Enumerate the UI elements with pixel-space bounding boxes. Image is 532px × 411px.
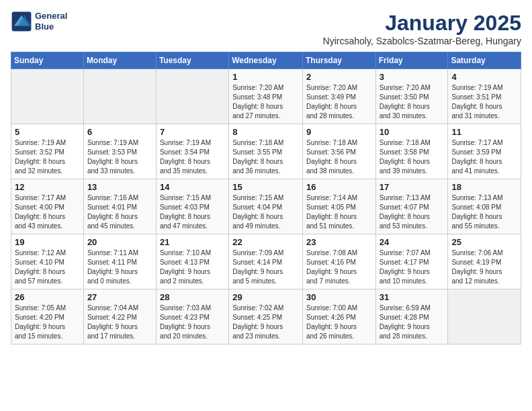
- day-info: Sunrise: 7:19 AM Sunset: 3:52 PM Dayligh…: [15, 138, 80, 176]
- day-number: 1: [232, 72, 299, 82]
- day-info: Sunrise: 7:17 AM Sunset: 3:59 PM Dayligh…: [451, 138, 517, 176]
- calendar-cell: 19Sunrise: 7:12 AM Sunset: 4:10 PM Dayli…: [11, 234, 84, 289]
- calendar-cell: 17Sunrise: 7:13 AM Sunset: 4:07 PM Dayli…: [375, 179, 448, 234]
- weekday-header: Saturday: [448, 52, 521, 69]
- calendar-cell: 30Sunrise: 7:00 AM Sunset: 4:26 PM Dayli…: [302, 289, 375, 345]
- calendar-cell: 20Sunrise: 7:11 AM Sunset: 4:11 PM Dayli…: [83, 234, 156, 289]
- day-info: Sunrise: 7:19 AM Sunset: 3:53 PM Dayligh…: [87, 138, 152, 176]
- day-info: Sunrise: 7:14 AM Sunset: 4:05 PM Dayligh…: [306, 193, 372, 231]
- calendar-cell: 2Sunrise: 7:20 AM Sunset: 3:49 PM Daylig…: [302, 69, 375, 124]
- day-number: 15: [232, 182, 299, 192]
- day-number: 3: [380, 72, 445, 82]
- day-number: 9: [306, 127, 372, 137]
- calendar-cell: [448, 289, 521, 345]
- day-number: 8: [232, 127, 299, 137]
- calendar-cell: 9Sunrise: 7:18 AM Sunset: 3:56 PM Daylig…: [302, 124, 375, 179]
- calendar-cell: 31Sunrise: 6:59 AM Sunset: 4:28 PM Dayli…: [375, 289, 448, 345]
- logo-icon: [11, 11, 32, 32]
- calendar-cell: 4Sunrise: 7:19 AM Sunset: 3:51 PM Daylig…: [448, 69, 521, 124]
- calendar-cell: 24Sunrise: 7:07 AM Sunset: 4:17 PM Dayli…: [375, 234, 448, 289]
- day-info: Sunrise: 7:15 AM Sunset: 4:03 PM Dayligh…: [160, 193, 225, 231]
- weekday-header: Thursday: [302, 52, 375, 69]
- day-info: Sunrise: 7:08 AM Sunset: 4:16 PM Dayligh…: [306, 248, 372, 286]
- weekday-header: Monday: [83, 52, 156, 69]
- calendar-cell: 28Sunrise: 7:03 AM Sunset: 4:23 PM Dayli…: [156, 289, 228, 345]
- calendar-cell: 29Sunrise: 7:02 AM Sunset: 4:25 PM Dayli…: [229, 289, 303, 345]
- day-info: Sunrise: 7:09 AM Sunset: 4:14 PM Dayligh…: [232, 248, 299, 286]
- day-number: 2: [306, 72, 372, 82]
- day-number: 11: [451, 127, 517, 137]
- calendar-cell: [156, 69, 228, 124]
- day-number: 7: [160, 127, 225, 137]
- day-number: 17: [380, 182, 445, 192]
- weekday-header: Wednesday: [229, 52, 303, 69]
- calendar-cell: 27Sunrise: 7:04 AM Sunset: 4:22 PM Dayli…: [83, 289, 156, 345]
- day-info: Sunrise: 7:18 AM Sunset: 3:56 PM Dayligh…: [306, 138, 372, 176]
- day-number: 18: [451, 182, 517, 192]
- day-info: Sunrise: 7:13 AM Sunset: 4:07 PM Dayligh…: [380, 193, 445, 231]
- day-number: 16: [306, 182, 372, 192]
- day-info: Sunrise: 7:06 AM Sunset: 4:19 PM Dayligh…: [451, 248, 517, 286]
- day-info: Sunrise: 7:16 AM Sunset: 4:01 PM Dayligh…: [87, 193, 152, 231]
- day-number: 27: [87, 292, 152, 302]
- title-block: January 2025 Nyircsaholy, Szabolcs-Szatm…: [323, 11, 521, 46]
- calendar-cell: [83, 69, 156, 124]
- day-number: 19: [15, 237, 80, 247]
- day-number: 6: [87, 127, 152, 137]
- day-number: 30: [306, 292, 372, 302]
- location-subtitle: Nyircsaholy, Szabolcs-Szatmar-Bereg, Hun…: [323, 36, 521, 46]
- calendar-cell: 23Sunrise: 7:08 AM Sunset: 4:16 PM Dayli…: [302, 234, 375, 289]
- calendar-cell: 26Sunrise: 7:05 AM Sunset: 4:20 PM Dayli…: [11, 289, 84, 345]
- day-number: 14: [160, 182, 225, 192]
- day-info: Sunrise: 7:20 AM Sunset: 3:50 PM Dayligh…: [380, 83, 445, 121]
- day-info: Sunrise: 7:20 AM Sunset: 3:49 PM Dayligh…: [306, 83, 372, 121]
- calendar-cell: 15Sunrise: 7:15 AM Sunset: 4:04 PM Dayli…: [229, 179, 303, 234]
- month-title: January 2025: [323, 11, 521, 36]
- calendar-cell: 22Sunrise: 7:09 AM Sunset: 4:14 PM Dayli…: [229, 234, 303, 289]
- day-number: 10: [380, 127, 445, 137]
- day-number: 21: [160, 237, 225, 247]
- calendar-cell: 10Sunrise: 7:18 AM Sunset: 3:58 PM Dayli…: [375, 124, 448, 179]
- logo: General Blue: [11, 11, 67, 32]
- day-number: 24: [380, 237, 445, 247]
- day-info: Sunrise: 7:00 AM Sunset: 4:26 PM Dayligh…: [306, 304, 372, 341]
- day-info: Sunrise: 7:19 AM Sunset: 3:54 PM Dayligh…: [160, 138, 225, 176]
- day-number: 12: [15, 182, 80, 192]
- calendar-cell: 8Sunrise: 7:18 AM Sunset: 3:55 PM Daylig…: [229, 124, 303, 179]
- calendar-cell: 25Sunrise: 7:06 AM Sunset: 4:19 PM Dayli…: [448, 234, 521, 289]
- calendar-cell: 21Sunrise: 7:10 AM Sunset: 4:13 PM Dayli…: [156, 234, 228, 289]
- calendar-cell: 1Sunrise: 7:20 AM Sunset: 3:48 PM Daylig…: [229, 69, 303, 124]
- calendar-cell: 11Sunrise: 7:17 AM Sunset: 3:59 PM Dayli…: [448, 124, 521, 179]
- day-info: Sunrise: 7:05 AM Sunset: 4:20 PM Dayligh…: [15, 304, 80, 341]
- calendar-cell: 16Sunrise: 7:14 AM Sunset: 4:05 PM Dayli…: [302, 179, 375, 234]
- calendar-cell: 13Sunrise: 7:16 AM Sunset: 4:01 PM Dayli…: [83, 179, 156, 234]
- weekday-header: Sunday: [11, 52, 84, 69]
- day-number: 31: [380, 292, 445, 302]
- day-info: Sunrise: 7:07 AM Sunset: 4:17 PM Dayligh…: [380, 248, 445, 286]
- day-number: 28: [160, 292, 225, 302]
- day-info: Sunrise: 7:20 AM Sunset: 3:48 PM Dayligh…: [232, 83, 299, 121]
- day-info: Sunrise: 7:10 AM Sunset: 4:13 PM Dayligh…: [160, 248, 225, 286]
- weekday-header: Friday: [375, 52, 448, 69]
- day-number: 13: [87, 182, 152, 192]
- calendar-cell: 12Sunrise: 7:17 AM Sunset: 4:00 PM Dayli…: [11, 179, 84, 234]
- calendar-cell: 7Sunrise: 7:19 AM Sunset: 3:54 PM Daylig…: [156, 124, 228, 179]
- day-info: Sunrise: 7:17 AM Sunset: 4:00 PM Dayligh…: [15, 193, 80, 231]
- day-info: Sunrise: 7:04 AM Sunset: 4:22 PM Dayligh…: [87, 304, 152, 341]
- page-header: General Blue January 2025 Nyircsaholy, S…: [11, 11, 521, 46]
- calendar-cell: 14Sunrise: 7:15 AM Sunset: 4:03 PM Dayli…: [156, 179, 228, 234]
- weekday-header: Tuesday: [156, 52, 228, 69]
- day-info: Sunrise: 6:59 AM Sunset: 4:28 PM Dayligh…: [380, 304, 445, 341]
- day-number: 26: [15, 292, 80, 302]
- day-info: Sunrise: 7:12 AM Sunset: 4:10 PM Dayligh…: [15, 248, 80, 286]
- calendar-cell: 18Sunrise: 7:13 AM Sunset: 4:08 PM Dayli…: [448, 179, 521, 234]
- calendar-cell: 5Sunrise: 7:19 AM Sunset: 3:52 PM Daylig…: [11, 124, 84, 179]
- day-number: 22: [232, 237, 299, 247]
- day-number: 4: [451, 72, 517, 82]
- day-number: 25: [451, 237, 517, 247]
- logo-text: General Blue: [35, 11, 67, 32]
- day-info: Sunrise: 7:02 AM Sunset: 4:25 PM Dayligh…: [232, 304, 299, 341]
- day-number: 20: [87, 237, 152, 247]
- calendar-table: SundayMondayTuesdayWednesdayThursdayFrid…: [11, 52, 521, 345]
- day-info: Sunrise: 7:18 AM Sunset: 3:58 PM Dayligh…: [380, 138, 445, 176]
